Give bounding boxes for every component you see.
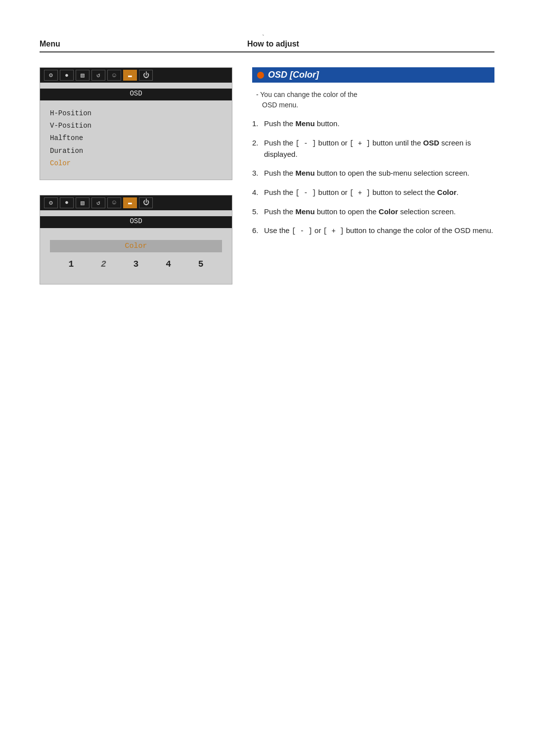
- icon-settings: ⚙: [44, 70, 58, 81]
- osd-menu-items: H-Position V-Position Halftone Duration …: [40, 107, 232, 170]
- step-5-text: Push the Menu button to open the Color s…: [264, 206, 494, 218]
- section-dot: [257, 72, 264, 79]
- step-1-num: 1.: [252, 118, 264, 130]
- menu-item-hposition: H-Position: [50, 107, 222, 120]
- step-2-num: 2.: [252, 138, 264, 160]
- step-3: 3. Push the Menu button to open the sub-…: [252, 168, 494, 179]
- osd-label-2: OSD: [40, 216, 232, 228]
- icon2-image: ▧: [76, 197, 89, 208]
- section-title: OSD [Color]: [268, 70, 319, 80]
- icon-brightness: ●: [60, 70, 74, 81]
- content-row: ⚙ ● ▧ ↺ ☺ ▬ ⏻ OSD H-Position V-Position …: [40, 67, 494, 284]
- step-list: 1. Push the Menu button. 2. Push the [ -…: [252, 118, 494, 236]
- menu-item-vposition: V-Position: [50, 120, 222, 132]
- osd-screen-1: ⚙ ● ▧ ↺ ☺ ▬ ⏻ OSD H-Position V-Position …: [40, 67, 232, 180]
- subtitle-line2: OSD menu.: [262, 101, 298, 109]
- step-3-num: 3.: [252, 168, 264, 179]
- num-4: 4: [166, 259, 171, 269]
- icon-image: ▧: [76, 70, 89, 81]
- step-5-num: 5.: [252, 206, 264, 218]
- num-3: 3: [134, 259, 139, 269]
- step-1: 1. Push the Menu button.: [252, 118, 494, 130]
- menu-item-duration: Duration: [50, 145, 222, 157]
- step-6-num: 6.: [252, 225, 264, 236]
- step-4: 4. Push the [ - ] button or [ + ] button…: [252, 187, 494, 198]
- num-1: 1: [68, 259, 74, 269]
- osd-color-selected: Color: [50, 240, 222, 252]
- icon2-brightness: ●: [60, 197, 74, 208]
- icon2-face: ☺: [107, 197, 121, 208]
- menu-item-halftone: Halftone: [50, 132, 222, 144]
- osd-label-1: OSD: [40, 89, 232, 100]
- step-6-text: Use the [ - ] or [ + ] button to change …: [264, 225, 494, 236]
- decorative-backtick: `: [262, 34, 265, 42]
- section-subtitle: - You can change the color of the OSD me…: [256, 90, 494, 110]
- icon-face: ☺: [107, 70, 121, 81]
- step-2: 2. Push the [ - ] button or [ + ] button…: [252, 138, 494, 160]
- osd-screen-2: ⚙ ● ▧ ↺ ☺ ▬ ⏻ OSD Color 1 2 3 4 5: [40, 195, 232, 284]
- num-2: 2: [101, 259, 106, 269]
- osd-submenu: Color 1 2 3 4 5: [40, 235, 232, 274]
- osd-numbers: 1 2 3 4 5: [50, 259, 222, 269]
- icon-reset: ↺: [91, 70, 105, 81]
- right-column: OSD [Color] - You can change the color o…: [252, 67, 494, 244]
- header-row: Menu How to adjust: [40, 40, 494, 52]
- left-column: ⚙ ● ▧ ↺ ☺ ▬ ⏻ OSD H-Position V-Position …: [40, 67, 232, 284]
- step-1-text: Push the Menu button.: [264, 118, 494, 130]
- num-5: 5: [198, 259, 204, 269]
- osd-toolbar-2: ⚙ ● ▧ ↺ ☺ ▬ ⏻: [40, 195, 232, 210]
- icon2-osd-active: ▬: [123, 197, 137, 208]
- icon2-reset: ↺: [91, 197, 105, 208]
- menu-item-color: Color: [50, 157, 222, 170]
- icon2-power: ⏻: [139, 197, 153, 208]
- step-4-num: 4.: [252, 187, 264, 198]
- section-title-bar: OSD [Color]: [252, 67, 494, 83]
- osd-toolbar-1: ⚙ ● ▧ ↺ ☺ ▬ ⏻: [40, 68, 232, 83]
- header-how: How to adjust: [247, 40, 494, 48]
- icon-osd-active: ▬: [123, 70, 137, 81]
- step-2-text: Push the [ - ] button or [ + ] button un…: [264, 138, 494, 160]
- step-3-text: Push the Menu button to open the sub-men…: [264, 168, 494, 179]
- header-menu: Menu: [40, 40, 247, 48]
- step-4-text: Push the [ - ] button or [ + ] button to…: [264, 187, 494, 198]
- subtitle-line1: - You can change the color of the: [256, 91, 357, 98]
- icon-power: ⏻: [139, 70, 153, 81]
- step-5: 5. Push the Menu button to open the Colo…: [252, 206, 494, 218]
- step-6: 6. Use the [ - ] or [ + ] button to chan…: [252, 225, 494, 236]
- icon2-settings: ⚙: [44, 197, 58, 208]
